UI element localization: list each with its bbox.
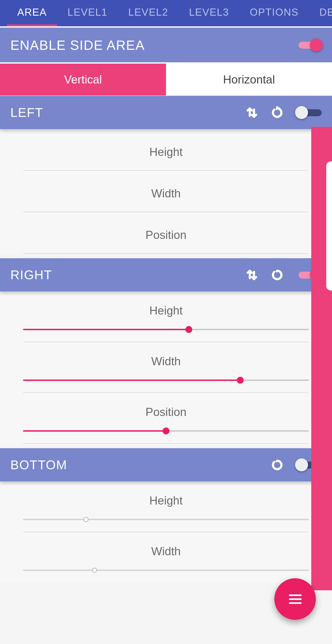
section-title: BOTTOM bbox=[10, 458, 271, 472]
item-label: Height bbox=[23, 304, 309, 317]
enable-side-area-label: ENABLE SIDE AREA bbox=[10, 37, 145, 53]
item-label: Width bbox=[23, 355, 309, 368]
item-label: Position bbox=[23, 228, 309, 242]
section-header-bottom: BOTTOM bbox=[0, 448, 332, 482]
item-right-width: Width bbox=[23, 342, 309, 393]
item-label: Width bbox=[23, 544, 309, 558]
enable-side-area-toggle[interactable] bbox=[296, 38, 322, 52]
orientation-segment: Vertical Horizontal bbox=[0, 64, 332, 96]
item-label: Height bbox=[23, 494, 309, 507]
toggle-thumb bbox=[295, 458, 308, 471]
tab-label: LEVEL3 bbox=[189, 6, 229, 18]
segment-horizontal[interactable]: Horizontal bbox=[166, 64, 332, 96]
section-header-icons bbox=[246, 268, 322, 281]
item-right-height: Height bbox=[23, 292, 309, 342]
tab-label: LEVEL2 bbox=[128, 6, 168, 18]
item-left-width[interactable]: Width bbox=[23, 171, 309, 212]
slider-height[interactable] bbox=[23, 324, 309, 335]
item-left-height[interactable]: Height bbox=[23, 129, 309, 171]
segment-label: Horizontal bbox=[223, 73, 275, 86]
item-label: Position bbox=[23, 405, 309, 419]
item-bottom-width: Width bbox=[23, 532, 309, 582]
section-bottom-items: Height Width bbox=[0, 482, 332, 582]
swap-vertical-icon[interactable] bbox=[246, 268, 258, 281]
swap-vertical-icon[interactable] bbox=[246, 106, 258, 119]
menu-icon bbox=[289, 593, 302, 606]
tab-area[interactable]: AREA bbox=[7, 0, 57, 26]
section-left-toggle[interactable] bbox=[296, 106, 322, 119]
section-left-items: Height Width Position bbox=[0, 129, 332, 254]
tab-label: OPTIONS bbox=[250, 6, 298, 18]
section-header-left: LEFT bbox=[0, 96, 332, 129]
reset-icon[interactable] bbox=[271, 106, 284, 119]
slider-height[interactable] bbox=[23, 514, 309, 525]
section-header-icons bbox=[246, 106, 322, 119]
tab-options[interactable]: OPTIONS bbox=[239, 0, 309, 26]
section-title: LEFT bbox=[10, 105, 246, 120]
tab-level1[interactable]: LEVEL1 bbox=[57, 0, 118, 26]
tab-label: AREA bbox=[17, 6, 47, 18]
tab-level2[interactable]: LEVEL2 bbox=[118, 0, 178, 26]
segment-label: Vertical bbox=[64, 73, 102, 86]
item-bottom-height: Height bbox=[23, 482, 309, 532]
section-title: RIGHT bbox=[10, 268, 246, 282]
tab-level3[interactable]: LEVEL3 bbox=[179, 0, 239, 26]
slider-width[interactable] bbox=[23, 564, 309, 576]
side-area-handle[interactable] bbox=[326, 162, 332, 290]
enable-side-area-row: ENABLE SIDE AREA bbox=[0, 28, 332, 62]
slider-position[interactable] bbox=[23, 425, 309, 437]
tab-label: DETAIL bbox=[319, 6, 332, 18]
segment-vertical[interactable]: Vertical bbox=[0, 64, 166, 96]
top-tab-bar: AREA LEVEL1 LEVEL2 LEVEL3 OPTIONS DETAIL bbox=[0, 0, 332, 26]
reset-icon[interactable] bbox=[271, 458, 284, 471]
reset-icon[interactable] bbox=[271, 268, 284, 281]
section-right-items: Height Width Position bbox=[0, 292, 332, 444]
item-label: Height bbox=[23, 145, 309, 159]
item-label: Width bbox=[23, 187, 309, 200]
item-left-position[interactable]: Position bbox=[23, 212, 309, 254]
section-header-right: RIGHT bbox=[0, 258, 332, 292]
tab-detail[interactable]: DETAIL bbox=[309, 0, 332, 26]
fab-menu-button[interactable] bbox=[274, 578, 316, 620]
item-right-position: Position bbox=[23, 393, 309, 444]
slider-width[interactable] bbox=[23, 374, 309, 386]
toggle-thumb bbox=[310, 38, 323, 52]
tab-label: LEVEL1 bbox=[68, 6, 108, 18]
toggle-thumb bbox=[295, 106, 308, 119]
